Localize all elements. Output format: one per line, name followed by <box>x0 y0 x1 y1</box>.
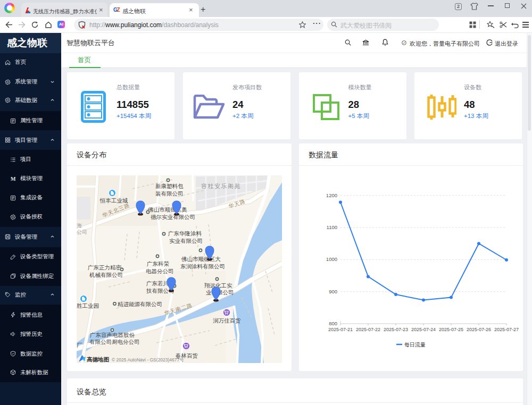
svg-text:恒丰工业城: 恒丰工业城 <box>99 197 128 204</box>
svg-text:东润涂料有限公司: 东润涂料有限公司 <box>180 263 225 269</box>
svg-text:实业有限公司: 实业有限公司 <box>169 238 203 244</box>
svg-text:佛山市顺德区大: 佛山市顺德区大 <box>181 256 221 262</box>
svg-text:润万佳百货: 润万佳百货 <box>213 317 241 324</box>
svg-text:有限公司厨电分公司: 有限公司厨电分公司 <box>89 339 140 345</box>
svg-text:装有限公司: 装有限公司 <box>155 190 184 197</box>
svg-text:机械有限公司: 机械有限公司 <box>89 272 123 278</box>
svg-text:广东华隆涂料: 广东华隆涂料 <box>168 230 202 237</box>
svg-text:广东正力精密: 广东正力精密 <box>88 264 122 271</box>
svg-text:厂: 厂 <box>77 342 82 348</box>
svg-text:M: M <box>11 176 16 182</box>
svg-text:每日流量: 每日流量 <box>404 342 426 348</box>
svg-text:广东容声电器股份: 广东容声电器股份 <box>90 332 135 338</box>
svg-text:800: 800 <box>329 320 337 326</box>
svg-text:1200: 1200 <box>326 192 337 198</box>
svg-text:电器分公司: 电器分公司 <box>146 268 174 274</box>
svg-text:广东科荣: 广东科荣 <box>147 260 169 267</box>
svg-text:2025-07-23: 2025-07-23 <box>384 327 408 332</box>
svg-text:2025-07-25: 2025-07-25 <box>439 327 463 332</box>
svg-text:2025-07-22: 2025-07-22 <box>356 327 380 332</box>
svg-text:容桂安乐阁苑: 容桂安乐阁苑 <box>201 183 241 189</box>
svg-text:1000: 1000 <box>326 256 337 262</box>
svg-text:新康塑料包: 新康塑料包 <box>155 183 184 189</box>
svg-text:高德地图: 高德地图 <box>87 356 109 362</box>
svg-text:2025-07-26: 2025-07-26 <box>467 327 491 332</box>
svg-text:2025-07-24: 2025-07-24 <box>411 327 436 332</box>
svg-text:900: 900 <box>329 289 337 294</box>
svg-text:海: 海 <box>77 223 82 229</box>
svg-text:佛山市顺德区奥: 佛山市顺德区奥 <box>147 206 187 213</box>
svg-text:1100: 1100 <box>327 224 337 230</box>
svg-text:德尔实业有限公司: 德尔实业有限公司 <box>151 214 195 220</box>
svg-text:2025-07-21: 2025-07-21 <box>328 327 353 332</box>
svg-text:2025-07-27: 2025-07-27 <box>494 327 519 332</box>
svg-text:© 2025 AutoNavi - GS(2023)4677: © 2025 AutoNavi - GS(2023)4677号 <box>112 357 184 362</box>
svg-text:公司: 公司 <box>77 229 87 235</box>
svg-text:胜工业园: 胜工业园 <box>77 302 99 309</box>
svg-text:Z: Z <box>117 7 120 13</box>
svg-text:精进能源有限公司: 精进能源有限公司 <box>118 301 162 307</box>
